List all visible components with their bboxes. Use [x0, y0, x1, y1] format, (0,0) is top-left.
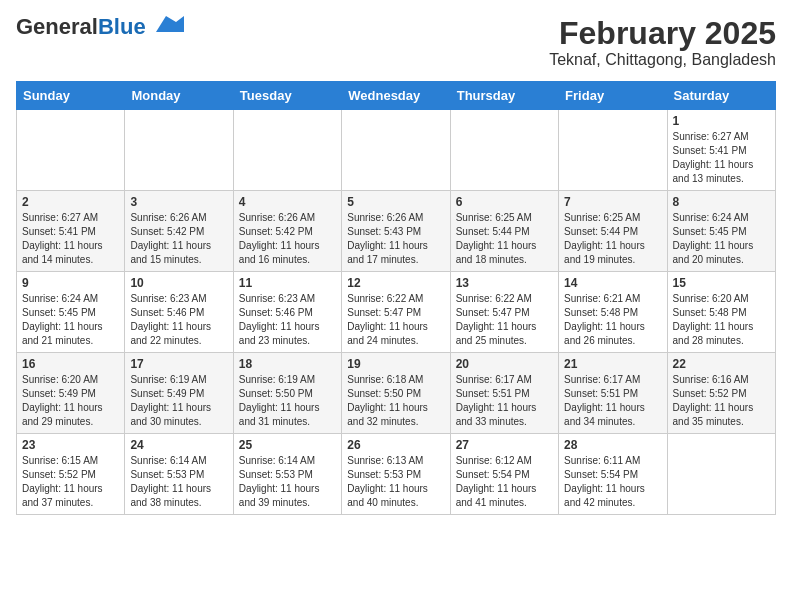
- day-info: Sunrise: 6:26 AM Sunset: 5:43 PM Dayligh…: [347, 211, 444, 267]
- day-number: 24: [130, 438, 227, 452]
- weekday-header: Sunday: [17, 82, 125, 110]
- day-number: 7: [564, 195, 661, 209]
- calendar-day-cell: [17, 110, 125, 191]
- calendar-day-cell: 16Sunrise: 6:20 AM Sunset: 5:49 PM Dayli…: [17, 353, 125, 434]
- day-number: 5: [347, 195, 444, 209]
- day-number: 17: [130, 357, 227, 371]
- logo: GeneralBlue: [16, 16, 184, 38]
- weekday-header: Wednesday: [342, 82, 450, 110]
- calendar-day-cell: [342, 110, 450, 191]
- calendar-day-cell: [233, 110, 341, 191]
- calendar-day-cell: 2Sunrise: 6:27 AM Sunset: 5:41 PM Daylig…: [17, 191, 125, 272]
- day-info: Sunrise: 6:16 AM Sunset: 5:52 PM Dayligh…: [673, 373, 770, 429]
- calendar-day-cell: 1Sunrise: 6:27 AM Sunset: 5:41 PM Daylig…: [667, 110, 775, 191]
- calendar-week-row: 16Sunrise: 6:20 AM Sunset: 5:49 PM Dayli…: [17, 353, 776, 434]
- day-info: Sunrise: 6:20 AM Sunset: 5:49 PM Dayligh…: [22, 373, 119, 429]
- logo-text: GeneralBlue: [16, 16, 146, 38]
- calendar-day-cell: [125, 110, 233, 191]
- calendar-table: SundayMondayTuesdayWednesdayThursdayFrid…: [16, 81, 776, 515]
- day-info: Sunrise: 6:17 AM Sunset: 5:51 PM Dayligh…: [564, 373, 661, 429]
- calendar-day-cell: 15Sunrise: 6:20 AM Sunset: 5:48 PM Dayli…: [667, 272, 775, 353]
- calendar-day-cell: 22Sunrise: 6:16 AM Sunset: 5:52 PM Dayli…: [667, 353, 775, 434]
- day-info: Sunrise: 6:14 AM Sunset: 5:53 PM Dayligh…: [130, 454, 227, 510]
- day-number: 9: [22, 276, 119, 290]
- day-info: Sunrise: 6:15 AM Sunset: 5:52 PM Dayligh…: [22, 454, 119, 510]
- day-number: 20: [456, 357, 553, 371]
- day-info: Sunrise: 6:22 AM Sunset: 5:47 PM Dayligh…: [456, 292, 553, 348]
- weekday-header: Saturday: [667, 82, 775, 110]
- day-info: Sunrise: 6:23 AM Sunset: 5:46 PM Dayligh…: [130, 292, 227, 348]
- day-info: Sunrise: 6:25 AM Sunset: 5:44 PM Dayligh…: [456, 211, 553, 267]
- calendar-day-cell: [667, 434, 775, 515]
- day-number: 4: [239, 195, 336, 209]
- page-title: February 2025: [549, 16, 776, 51]
- day-number: 22: [673, 357, 770, 371]
- day-info: Sunrise: 6:27 AM Sunset: 5:41 PM Dayligh…: [673, 130, 770, 186]
- day-number: 8: [673, 195, 770, 209]
- day-number: 2: [22, 195, 119, 209]
- day-number: 16: [22, 357, 119, 371]
- day-info: Sunrise: 6:17 AM Sunset: 5:51 PM Dayligh…: [456, 373, 553, 429]
- weekday-header: Friday: [559, 82, 667, 110]
- weekday-header: Thursday: [450, 82, 558, 110]
- calendar-day-cell: 5Sunrise: 6:26 AM Sunset: 5:43 PM Daylig…: [342, 191, 450, 272]
- page-header: GeneralBlue February 2025 Teknaf, Chitta…: [16, 16, 776, 69]
- day-info: Sunrise: 6:24 AM Sunset: 5:45 PM Dayligh…: [673, 211, 770, 267]
- calendar-day-cell: 17Sunrise: 6:19 AM Sunset: 5:49 PM Dayli…: [125, 353, 233, 434]
- calendar-day-cell: [559, 110, 667, 191]
- day-info: Sunrise: 6:19 AM Sunset: 5:49 PM Dayligh…: [130, 373, 227, 429]
- day-info: Sunrise: 6:23 AM Sunset: 5:46 PM Dayligh…: [239, 292, 336, 348]
- page-subtitle: Teknaf, Chittagong, Bangladesh: [549, 51, 776, 69]
- day-number: 10: [130, 276, 227, 290]
- calendar-day-cell: 3Sunrise: 6:26 AM Sunset: 5:42 PM Daylig…: [125, 191, 233, 272]
- calendar-day-cell: 4Sunrise: 6:26 AM Sunset: 5:42 PM Daylig…: [233, 191, 341, 272]
- weekday-header: Monday: [125, 82, 233, 110]
- calendar-day-cell: 23Sunrise: 6:15 AM Sunset: 5:52 PM Dayli…: [17, 434, 125, 515]
- calendar-day-cell: 27Sunrise: 6:12 AM Sunset: 5:54 PM Dayli…: [450, 434, 558, 515]
- calendar-day-cell: 13Sunrise: 6:22 AM Sunset: 5:47 PM Dayli…: [450, 272, 558, 353]
- day-number: 18: [239, 357, 336, 371]
- day-number: 11: [239, 276, 336, 290]
- calendar-day-cell: 25Sunrise: 6:14 AM Sunset: 5:53 PM Dayli…: [233, 434, 341, 515]
- calendar-day-cell: 7Sunrise: 6:25 AM Sunset: 5:44 PM Daylig…: [559, 191, 667, 272]
- day-info: Sunrise: 6:22 AM Sunset: 5:47 PM Dayligh…: [347, 292, 444, 348]
- day-number: 25: [239, 438, 336, 452]
- day-info: Sunrise: 6:25 AM Sunset: 5:44 PM Dayligh…: [564, 211, 661, 267]
- day-number: 23: [22, 438, 119, 452]
- day-number: 19: [347, 357, 444, 371]
- weekday-header-row: SundayMondayTuesdayWednesdayThursdayFrid…: [17, 82, 776, 110]
- calendar-day-cell: 10Sunrise: 6:23 AM Sunset: 5:46 PM Dayli…: [125, 272, 233, 353]
- day-info: Sunrise: 6:14 AM Sunset: 5:53 PM Dayligh…: [239, 454, 336, 510]
- day-info: Sunrise: 6:21 AM Sunset: 5:48 PM Dayligh…: [564, 292, 661, 348]
- calendar-day-cell: 11Sunrise: 6:23 AM Sunset: 5:46 PM Dayli…: [233, 272, 341, 353]
- calendar-day-cell: 14Sunrise: 6:21 AM Sunset: 5:48 PM Dayli…: [559, 272, 667, 353]
- calendar-day-cell: 28Sunrise: 6:11 AM Sunset: 5:54 PM Dayli…: [559, 434, 667, 515]
- weekday-header: Tuesday: [233, 82, 341, 110]
- day-number: 15: [673, 276, 770, 290]
- calendar-day-cell: [450, 110, 558, 191]
- day-number: 21: [564, 357, 661, 371]
- day-info: Sunrise: 6:20 AM Sunset: 5:48 PM Dayligh…: [673, 292, 770, 348]
- day-info: Sunrise: 6:19 AM Sunset: 5:50 PM Dayligh…: [239, 373, 336, 429]
- day-info: Sunrise: 6:26 AM Sunset: 5:42 PM Dayligh…: [239, 211, 336, 267]
- day-info: Sunrise: 6:13 AM Sunset: 5:53 PM Dayligh…: [347, 454, 444, 510]
- calendar-day-cell: 19Sunrise: 6:18 AM Sunset: 5:50 PM Dayli…: [342, 353, 450, 434]
- logo-icon: [148, 14, 184, 36]
- day-number: 13: [456, 276, 553, 290]
- day-info: Sunrise: 6:18 AM Sunset: 5:50 PM Dayligh…: [347, 373, 444, 429]
- day-number: 3: [130, 195, 227, 209]
- day-info: Sunrise: 6:27 AM Sunset: 5:41 PM Dayligh…: [22, 211, 119, 267]
- calendar-day-cell: 6Sunrise: 6:25 AM Sunset: 5:44 PM Daylig…: [450, 191, 558, 272]
- calendar-week-row: 2Sunrise: 6:27 AM Sunset: 5:41 PM Daylig…: [17, 191, 776, 272]
- calendar-day-cell: 9Sunrise: 6:24 AM Sunset: 5:45 PM Daylig…: [17, 272, 125, 353]
- day-number: 14: [564, 276, 661, 290]
- day-info: Sunrise: 6:26 AM Sunset: 5:42 PM Dayligh…: [130, 211, 227, 267]
- calendar-day-cell: 26Sunrise: 6:13 AM Sunset: 5:53 PM Dayli…: [342, 434, 450, 515]
- day-info: Sunrise: 6:12 AM Sunset: 5:54 PM Dayligh…: [456, 454, 553, 510]
- title-block: February 2025 Teknaf, Chittagong, Bangla…: [549, 16, 776, 69]
- calendar-week-row: 1Sunrise: 6:27 AM Sunset: 5:41 PM Daylig…: [17, 110, 776, 191]
- day-number: 1: [673, 114, 770, 128]
- calendar-day-cell: 24Sunrise: 6:14 AM Sunset: 5:53 PM Dayli…: [125, 434, 233, 515]
- day-number: 6: [456, 195, 553, 209]
- calendar-day-cell: 8Sunrise: 6:24 AM Sunset: 5:45 PM Daylig…: [667, 191, 775, 272]
